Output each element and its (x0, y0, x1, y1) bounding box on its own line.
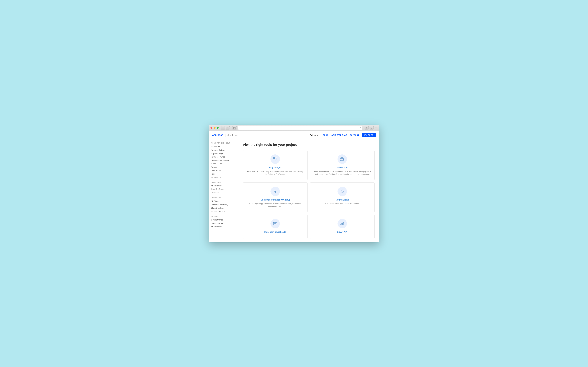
card-merchant-checkouts[interactable]: Merchant Checkouts (243, 215, 308, 239)
language-selector[interactable]: Python Ruby Node.js Java (308, 133, 320, 137)
reload-icon[interactable]: ↻ (359, 127, 361, 129)
buy-widget-title: Buy Widget (246, 166, 304, 169)
sidebar-item-client-libraries-ref[interactable]: Client Libraries (211, 191, 236, 194)
notifications-title: Notifications (313, 199, 372, 201)
sidebar-item-api-terms[interactable]: API Terms (211, 200, 236, 203)
gdax-api-icon (340, 221, 345, 226)
traffic-lights (210, 127, 219, 129)
sidebar-item-client-libraries-gdax[interactable]: Client Libraries (211, 222, 236, 225)
svg-rect-12 (276, 222, 276, 223)
header-right: Python Ruby Node.js Java BLOG API REFERE… (308, 133, 376, 137)
sidebar-item-email-invoices[interactable]: E-mail Invoices (211, 162, 236, 166)
svg-rect-10 (274, 222, 275, 223)
sidebar-section-merchant-checkout: MERCHANT CHECKOUT (211, 142, 236, 144)
cards-grid: Buy Widget Allow your customers to buy b… (243, 150, 375, 239)
sidebar-item-payment-pages[interactable]: Payment Pages (211, 152, 236, 155)
coinbase-connect-title: Coinbase Connect (OAuth2) (246, 199, 304, 201)
new-tab-button[interactable]: + (374, 126, 378, 129)
wallet-api-icon (340, 157, 345, 161)
window-actions: ↑ ⊡ (364, 126, 374, 129)
sidebar-item-shopping-cart-plugins[interactable]: Shopping Cart Plugins (211, 159, 236, 162)
coinbase-connect-icon (273, 189, 277, 194)
title-bar: ‹ › ↻ ↑ ⊡ + (209, 125, 379, 131)
site-header: coinbase | developers Python Ruby Node.j… (209, 131, 379, 139)
gdax-api-title: GDAX API (313, 231, 372, 233)
coinbase-connect-icon-wrapper (270, 187, 280, 196)
merchant-checkouts-icon-wrapper (270, 219, 280, 228)
svg-point-2 (274, 158, 276, 160)
logo-developers: developers (227, 134, 238, 136)
tab-view-button[interactable] (232, 126, 237, 129)
address-bar[interactable]: ↻ (238, 126, 362, 130)
merchant-checkouts-icon (273, 221, 277, 226)
close-button[interactable] (210, 127, 212, 129)
sidebar-item-technical-faq[interactable]: Technical FAQ (211, 176, 236, 179)
forward-button[interactable]: › (226, 126, 230, 129)
minimize-button[interactable] (214, 127, 216, 129)
gdax-api-icon-wrapper (337, 219, 347, 228)
maximize-button[interactable] (217, 127, 219, 129)
card-coinbase-connect[interactable]: Coinbase Connect (OAuth2) Connect your a… (243, 183, 308, 212)
card-gdax-api[interactable]: GDAX API (310, 215, 375, 239)
svg-rect-11 (275, 222, 276, 223)
share-button[interactable]: ↑ (364, 126, 369, 129)
copy-button[interactable]: ⊡ (370, 126, 374, 129)
mac-window: ‹ › ↻ ↑ ⊡ + coinbase | developers (209, 125, 379, 242)
back-button[interactable]: ‹ (221, 126, 225, 129)
buy-widget-icon (273, 157, 277, 161)
card-buy-widget[interactable]: Buy Widget Allow your customers to buy b… (243, 150, 308, 180)
sidebar-item-api-reference-gdax[interactable]: API Reference (211, 225, 236, 229)
merchant-checkouts-title: Merchant Checkouts (246, 231, 304, 233)
logo-area: coinbase | developers (212, 133, 238, 137)
sidebar-item-payment-buttons[interactable]: Payment Buttons (211, 148, 236, 152)
logo-coinbase[interactable]: coinbase (212, 133, 223, 137)
svg-rect-0 (233, 127, 235, 129)
sidebar-section-reference: REFERENCE (211, 182, 236, 183)
url-input[interactable] (238, 127, 362, 129)
wallet-api-icon-wrapper (337, 154, 347, 164)
my-apps-button[interactable]: MY APPS (362, 133, 376, 137)
browser-content: coinbase | developers Python Ruby Node.j… (209, 131, 379, 242)
nav-buttons: ‹ › (221, 126, 230, 129)
sidebar-item-payment-iframes[interactable]: Payment iFrames (211, 155, 236, 159)
sidebar-item-coinbase-community[interactable]: Coinbase Community (211, 203, 236, 206)
sidebar-section-resources: RESOURCES (211, 197, 236, 199)
main-content: Pick the right tools for your project (238, 139, 379, 242)
buy-widget-description: Allow your customers to buy bitcoin dire… (246, 170, 304, 176)
sidebar-item-coinbase-api-twitter[interactable]: @CoinbaseAPI (211, 210, 236, 213)
svg-rect-18 (343, 222, 344, 225)
sidebar-item-payouts[interactable]: Payouts (211, 166, 236, 169)
sidebar-item-introduction[interactable]: Introduction (211, 145, 236, 148)
notifications-icon (340, 189, 345, 194)
sidebar-item-getting-started[interactable]: Getting Started (211, 218, 236, 222)
page-title: Pick the right tools for your project (243, 143, 375, 147)
notifications-icon-wrapper (337, 187, 347, 196)
svg-rect-8 (343, 159, 344, 160)
card-wallet-api[interactable]: Wallet API Create and manage bitcoin, li… (310, 150, 375, 180)
card-notifications[interactable]: Notifications Get alerted in real time a… (310, 183, 375, 212)
sidebar-item-api-reference[interactable]: API Reference (211, 184, 236, 188)
sidebar-section-gdax: GDAX API (211, 216, 236, 217)
sidebar-item-stack-overflow[interactable]: Stack Overflow (211, 206, 236, 210)
main-layout: MERCHANT CHECKOUT Introduction Payment B… (209, 139, 379, 242)
sidebar: MERCHANT CHECKOUT Introduction Payment B… (209, 139, 238, 242)
support-link[interactable]: SUPPORT (350, 134, 359, 136)
blog-link[interactable]: BLOG (323, 134, 329, 136)
wallet-api-description: Create and manage bitcoin, litecoin and … (313, 170, 372, 176)
api-reference-link[interactable]: API REFERENCE (331, 134, 347, 136)
sidebar-item-oauth2-reference[interactable]: OAuth2 reference (211, 188, 236, 191)
sidebar-item-pricing[interactable]: Pricing (211, 172, 236, 176)
coinbase-connect-description: Connect your app with over 4 million Coi… (246, 202, 304, 208)
logo-divider: | (225, 133, 226, 137)
sidebar-item-notifications[interactable]: Notifications (211, 169, 236, 172)
wallet-api-title: Wallet API (313, 166, 372, 169)
notifications-description: Get alerted in real time about wallet ev… (313, 202, 372, 205)
buy-widget-icon-wrapper (270, 154, 280, 164)
language-select-input[interactable]: Python Ruby Node.js Java (309, 134, 319, 136)
